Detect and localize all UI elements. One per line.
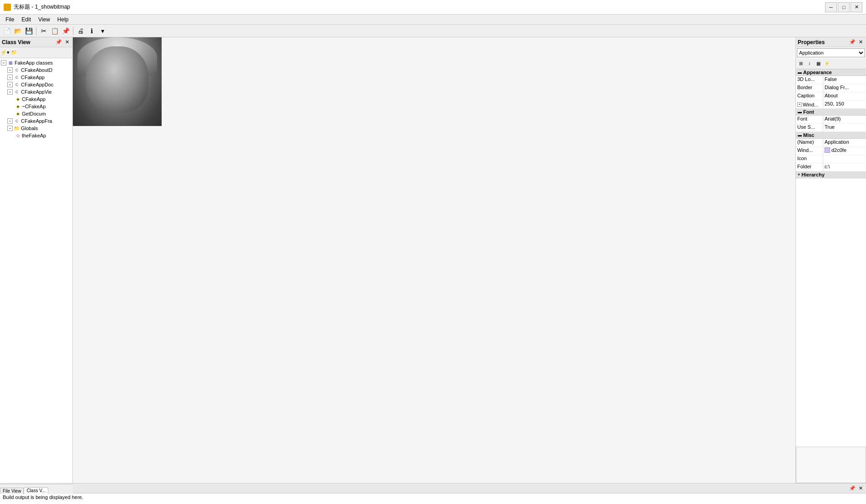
tree-item-about[interactable]: − C CFakeAboutD [0,66,72,74]
output-content: Build output is being displayed here. [0,494,866,504]
class-view-header: Class View 📌 ✕ [0,37,72,47]
expand-frame[interactable]: − [7,118,13,124]
props-row-3dlo[interactable]: 3D Lo... False [796,76,866,84]
expand-view[interactable]: − [7,89,13,95]
props-row-folder[interactable]: Folder c:\ [796,163,866,171]
tree-label-doc: CFakeAppDoc [21,82,54,87]
expand-globals[interactable]: − [7,126,13,131]
expand-app[interactable]: − [7,75,13,80]
expand-doc[interactable]: − [7,82,13,87]
panel-tabs-row: File View Class V... [0,484,73,494]
props-row-font[interactable]: Font Arial(9) [796,116,866,124]
tree-item-v1[interactable]: ◇ theFakeAp [0,132,72,139]
new-button[interactable]: 📄 [2,26,12,36]
open-button[interactable]: 📂 [13,26,23,36]
output-pin[interactable]: 📌 [849,485,856,492]
tree-item-m1[interactable]: ◆ CFakeApp [0,96,72,103]
properties-close[interactable]: ✕ [857,39,864,46]
properties-title: Properties [798,39,825,45]
props-row-uses[interactable]: Use S... True [796,124,866,132]
icon-method-m3: ◆ [15,111,21,117]
props-row-border[interactable]: Border Dialog Fr... [796,84,866,92]
tree-label-m3: GetDocum [22,111,46,116]
tree-item-view[interactable]: − C CFakeAppVie [0,88,72,96]
props-row-wind[interactable]: + Wind... 250, 150 [796,101,866,109]
properties-panel: Properties 📌 ✕ Application ⊞ ↕ ▦ ⚡ ▬ App… [795,37,866,483]
save-button[interactable]: 💾 [24,26,34,36]
prop-name-wind: + Wind... [796,101,823,108]
props-row-icon[interactable]: Icon [796,155,866,163]
paste-button[interactable]: 📌 [61,26,71,36]
title-bar-left: 无标题 - 1_showbitmap [4,3,70,11]
prop-name-folder: Folder [796,163,823,171]
props-row-name[interactable]: (Name) Application [796,139,866,147]
icon-variable-v1: ◇ [15,132,21,139]
tree-item-app[interactable]: − C CFakeApp [0,74,72,81]
cv-dropdown-btn[interactable]: ⚡▾ [1,49,9,57]
icon-class-view: C [14,89,20,95]
icon-class-doc: C [14,81,20,88]
props-section-appearance[interactable]: ▬ Appearance [796,69,866,76]
prop-value-wind2: d2c0fe [823,147,866,155]
prop-value-font: Arial(9) [823,116,866,123]
expand-about[interactable]: − [7,67,13,73]
output-close[interactable]: ✕ [857,485,864,492]
props-section-font[interactable]: ▬ Font [796,109,866,116]
expand-root[interactable]: − [1,60,6,66]
prop-value-icon [823,155,866,163]
output-header: Output 📌 ✕ [0,484,866,494]
cv-folder-btn[interactable]: 📁 [10,49,18,57]
font-expand-icon: ▬ [798,110,802,114]
title-bar-controls: ─ □ ✕ [825,2,862,12]
properties-selector[interactable]: Application [797,48,865,57]
about-button[interactable]: ℹ [87,26,97,36]
bitmap-display [73,37,162,126]
menu-file[interactable]: File [2,15,18,24]
props-section-hierarchy[interactable]: + Hierarchy [796,171,866,178]
class-view-close[interactable]: ✕ [63,39,71,46]
properties-pin[interactable]: 📌 [849,39,856,46]
props-section-misc[interactable]: ▬ Misc [796,132,866,139]
wind-expand[interactable]: + [797,102,802,107]
props-alphabetical-btn[interactable]: ↕ [805,60,814,68]
props-row-wind2[interactable]: Wind... d2c0fe [796,147,866,155]
tree-item-doc[interactable]: − C CFakeAppDoc [0,81,72,88]
copy-button[interactable]: 📋 [50,26,60,36]
menu-edit[interactable]: Edit [18,15,35,24]
props-grid-btn[interactable]: ▦ [814,60,822,68]
tree-item-frame[interactable]: − C CFakeAppFra [0,117,72,125]
class-view-pin[interactable]: 📌 [55,39,62,46]
menu-help[interactable]: Help [54,15,72,24]
props-categorized-btn[interactable]: ⊞ [797,60,805,68]
props-row-caption[interactable]: Caption About [796,92,866,101]
class-tree[interactable]: − ⊞ FakeApp classes − C CFakeAboutD − C … [0,58,72,483]
maximize-button[interactable]: □ [838,2,850,12]
misc-label: Misc [803,132,814,138]
tab-class-view[interactable]: Class V... [24,487,48,494]
prop-name-border: Border [796,84,823,92]
tree-label-view: CFakeAppVie [21,89,52,95]
class-view-title: Class View [2,39,30,45]
props-events-btn[interactable]: ⚡ [823,60,831,68]
tree-item-root[interactable]: − ⊞ FakeApp classes [0,59,72,66]
prop-value-wind: 250, 150 [823,101,866,108]
icon-method-m2: ◆ [15,103,21,110]
tree-label-frame: CFakeAppFra [21,118,52,124]
toolbar-sep-2 [73,27,73,35]
tree-label-m1: CFakeApp [22,96,46,102]
tree-item-m3[interactable]: ◆ GetDocum [0,110,72,117]
color-value-container: d2c0fe [825,147,865,153]
minimize-button[interactable]: ─ [825,2,837,12]
prop-name-caption: Caption [796,92,823,100]
props-toolbar: ⊞ ↕ ▦ ⚡ [796,58,866,69]
tree-item-m2[interactable]: ◆ ~CFakeAp [0,103,72,110]
toolbar-more-button[interactable]: ▾ [97,26,107,36]
cut-button[interactable]: ✂ [39,26,49,36]
print-button[interactable]: 🖨 [76,26,86,36]
menu-view[interactable]: View [35,15,54,24]
tree-item-globals[interactable]: − 📁 Globals [0,125,72,132]
tab-file-view[interactable]: File View [0,488,24,494]
misc-expand-icon: ▬ [798,133,802,137]
output-panel: Output 📌 ✕ Build output is being display… [0,483,866,504]
close-button[interactable]: ✕ [851,2,862,12]
